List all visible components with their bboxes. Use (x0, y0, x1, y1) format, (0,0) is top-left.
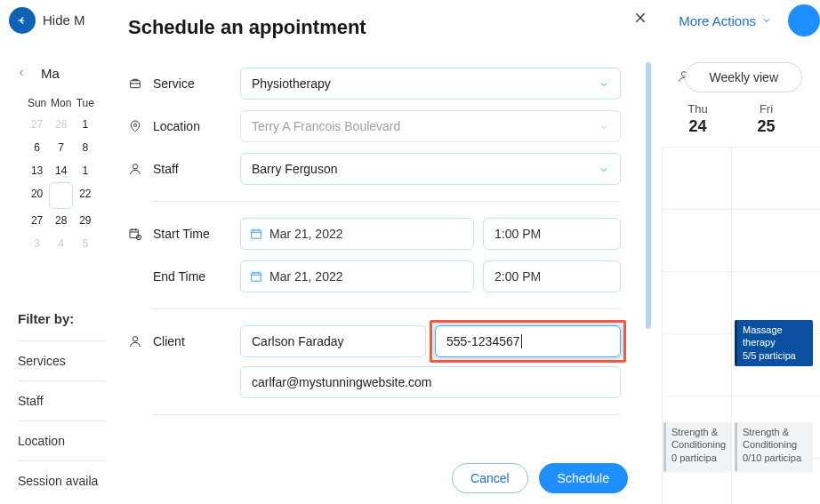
divider (151, 308, 621, 309)
start-time-input[interactable]: 1:00 PM (483, 218, 621, 250)
location-value: Terry A Francois Boulevard (252, 119, 400, 133)
calendar-icon (250, 228, 262, 240)
modal-title: Schedule an appointment (128, 16, 658, 39)
staff-icon (128, 153, 153, 176)
client-name-input[interactable]: Carlson Faraday (240, 325, 426, 357)
schedule-button[interactable]: Schedule (539, 463, 628, 493)
modal-scrollbar[interactable] (646, 62, 651, 329)
start-time-label: Start Time (153, 218, 240, 241)
end-time-label: End Time (153, 260, 240, 284)
service-icon (128, 68, 153, 91)
cancel-button[interactable]: Cancel (452, 463, 528, 493)
close-button[interactable] (633, 5, 647, 28)
schedule-modal: Schedule an appointment Service Physioth… (107, 0, 658, 504)
divider (151, 414, 621, 415)
client-icon (128, 325, 153, 348)
service-value: Physiotherapy (252, 76, 331, 91)
svg-point-8 (133, 336, 137, 340)
svg-rect-7 (252, 273, 261, 281)
spacer (128, 260, 153, 268)
svg-rect-6 (252, 230, 261, 238)
client-label: Client (153, 325, 240, 348)
modal-overlay: Schedule an appointment Service Physioth… (0, 0, 820, 504)
client-phone-input[interactable]: 555-1234567​ (435, 325, 621, 357)
modal-footer: Cancel Schedule (452, 463, 628, 493)
chevron-down-icon (599, 76, 609, 91)
divider (151, 201, 621, 202)
close-icon (633, 11, 647, 25)
staff-select[interactable]: Barry Ferguson (240, 153, 621, 185)
end-time-value: 2:00 PM (494, 269, 541, 284)
svg-point-3 (133, 164, 137, 168)
end-date-input[interactable]: Mar 21, 2022 (240, 260, 474, 292)
svg-point-2 (133, 124, 136, 126)
location-select[interactable]: Terry A Francois Boulevard (240, 110, 621, 142)
end-date-value: Mar 21, 2022 (269, 269, 343, 284)
service-label: Service (153, 68, 240, 91)
end-time-input[interactable]: 2:00 PM (483, 260, 621, 292)
start-date-input[interactable]: Mar 21, 2022 (240, 218, 474, 250)
datetime-icon (128, 218, 153, 241)
start-date-value: Mar 21, 2022 (269, 227, 343, 241)
chevron-down-icon (599, 162, 609, 176)
staff-label: Staff (153, 153, 240, 176)
client-email-value: carlfar@mystunningwebsite.com (252, 375, 432, 389)
location-label: Location (153, 110, 240, 133)
client-phone-value: 555-1234567​ (446, 334, 522, 348)
calendar-icon (250, 270, 262, 283)
client-name-value: Carlson Faraday (252, 334, 344, 348)
chevron-down-icon (599, 119, 609, 133)
location-icon (128, 110, 153, 133)
start-time-value: 1:00 PM (494, 227, 541, 241)
client-email-input[interactable]: carlfar@mystunningwebsite.com (240, 366, 621, 398)
staff-value: Barry Ferguson (252, 162, 337, 176)
svg-rect-1 (131, 80, 141, 87)
service-select[interactable]: Physiotherapy (240, 68, 621, 100)
